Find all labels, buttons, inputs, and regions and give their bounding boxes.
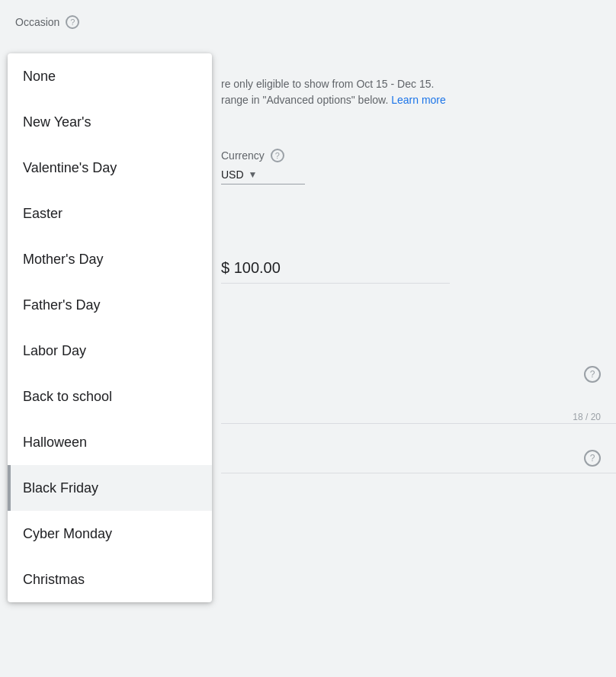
menu-item-label-fathers-day: Father's Day xyxy=(23,297,100,313)
menu-item-label-christmas: Christmas xyxy=(23,572,85,588)
occasion-dropdown-menu: NoneNew Year'sValentine's DayEasterMothe… xyxy=(8,53,212,602)
menu-item-label-easter: Easter xyxy=(23,206,63,222)
occasion-help-icon[interactable]: ? xyxy=(66,15,79,29)
price-field: $ 100.00 xyxy=(221,259,601,284)
page-wrapper: Occasion ? re only eligible to show from… xyxy=(0,0,616,677)
info-box: re only eligible to show from Oct 15 - D… xyxy=(221,76,601,108)
menu-item-back-to-school[interactable]: Back to school xyxy=(8,374,212,419)
info-text-2: range in "Advanced options" below. xyxy=(221,94,388,106)
menu-item-label-new-years: New Year's xyxy=(23,114,91,130)
currency-value: USD xyxy=(221,168,244,181)
menu-item-mothers-day[interactable]: Mother's Day xyxy=(8,236,212,282)
info-text-1: re only eligible to show from Oct 15 - D… xyxy=(221,78,434,90)
occasion-label: Occasion xyxy=(15,16,59,28)
char-count: 18 / 20 xyxy=(573,412,601,422)
menu-item-labor-day[interactable]: Labor Day xyxy=(8,328,212,374)
menu-item-label-mothers-day: Mother's Day xyxy=(23,252,103,268)
menu-item-new-years[interactable]: New Year's xyxy=(8,99,212,145)
menu-item-label-valentines-day: Valentine's Day xyxy=(23,160,117,176)
currency-dropdown[interactable]: USD ▼ xyxy=(221,168,305,184)
menu-item-halloween[interactable]: Halloween xyxy=(8,419,212,465)
currency-section: Currency ? USD ▼ xyxy=(221,149,305,184)
field-help-icon-1[interactable]: ? xyxy=(584,366,601,383)
divider-2 xyxy=(221,473,616,473)
divider-1 xyxy=(221,423,616,424)
menu-item-black-friday[interactable]: Black Friday xyxy=(8,465,212,511)
price-input[interactable]: $ 100.00 xyxy=(221,259,450,284)
menu-item-easter[interactable]: Easter xyxy=(8,191,212,236)
currency-dropdown-arrow: ▼ xyxy=(249,169,258,180)
currency-label-row: Currency ? xyxy=(221,149,305,162)
menu-item-valentines-day[interactable]: Valentine's Day xyxy=(8,145,212,191)
menu-item-label-labor-day: Labor Day xyxy=(23,343,86,359)
occasion-label-row: Occasion ? xyxy=(15,15,79,29)
menu-item-fathers-day[interactable]: Father's Day xyxy=(8,282,212,328)
menu-item-label-none: None xyxy=(23,69,56,85)
currency-label: Currency xyxy=(221,149,265,162)
currency-help-icon[interactable]: ? xyxy=(271,149,284,162)
menu-item-label-cyber-monday: Cyber Monday xyxy=(23,526,112,542)
menu-item-cyber-monday[interactable]: Cyber Monday xyxy=(8,511,212,557)
menu-item-christmas[interactable]: Christmas xyxy=(8,557,212,602)
menu-item-label-black-friday: Black Friday xyxy=(23,480,98,496)
learn-more-link[interactable]: Learn more xyxy=(391,94,446,106)
menu-item-none[interactable]: None xyxy=(8,53,212,99)
menu-item-label-halloween: Halloween xyxy=(23,435,87,451)
field-help-icon-2[interactable]: ? xyxy=(584,450,601,467)
menu-item-label-back-to-school: Back to school xyxy=(23,389,112,405)
